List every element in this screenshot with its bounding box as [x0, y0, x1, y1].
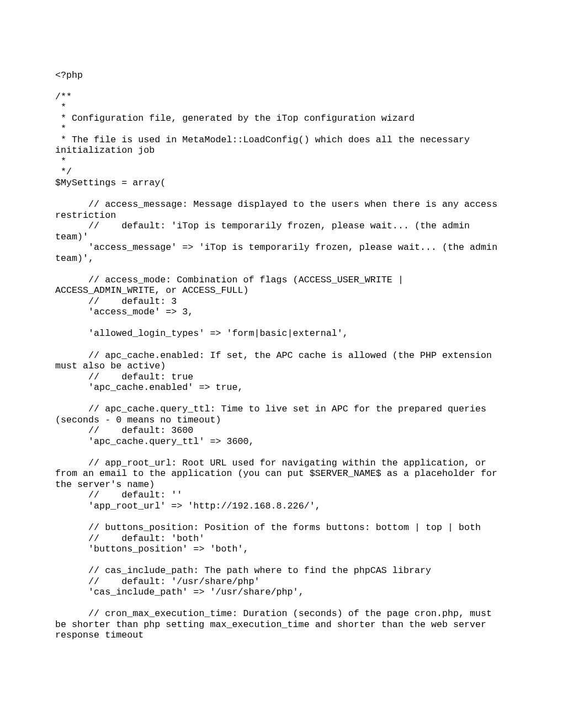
- code-block: <?php /** * * Configuration file, genera…: [0, 9, 563, 674]
